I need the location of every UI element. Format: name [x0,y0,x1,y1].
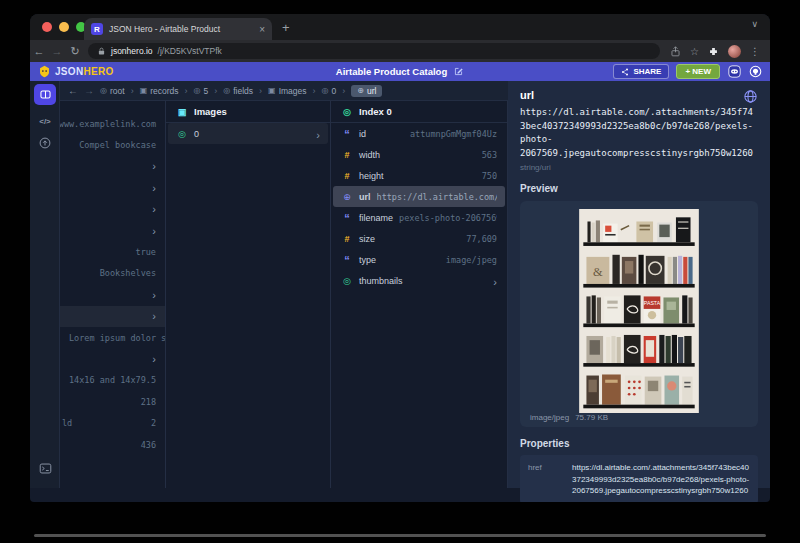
lock-icon [97,47,106,56]
images-column: Images 0 [166,101,331,488]
app-header: JSONHERO Airtable Product Catalog SHARE [30,62,770,81]
list-item[interactable]: www.examplelink.com [60,113,165,134]
preview-card: & PASTA [520,201,758,427]
sphere-icon [322,86,329,95]
property-value[interactable]: https://dl.airtable.com/.attachments/345… [572,462,750,497]
browser-window: R JSON Hero - Airtable Product × + ∨ ← →… [30,14,770,502]
screen-edge-highlight [34,534,766,537]
field-row-url-selected[interactable]: url https://dl.airtable.com/.attach… [333,186,505,207]
svg-text:PASTA: PASTA [644,300,661,306]
url-path: /j/KD5KVstVTPfk [158,46,222,56]
new-tab-button[interactable]: + [282,20,290,35]
sphere-icon [341,107,353,117]
reload-icon[interactable]: ↻ [66,45,84,58]
array-item-0[interactable]: 0 [168,123,328,144]
path-forward-icon[interactable]: → [84,85,94,96]
detail-url-value[interactable]: https://dl.airtable.com/.attachments/345… [520,106,758,160]
list-item[interactable] [60,177,165,198]
hash-icon [341,171,353,181]
sphere-icon [194,86,201,95]
minimize-window-button[interactable] [59,22,69,32]
column-view-icon[interactable] [34,84,56,105]
back-icon[interactable]: ← [30,45,48,57]
list-item[interactable] [60,220,165,241]
share-button-label: SHARE [633,67,661,76]
breadcrumb-separator [185,86,188,96]
share-page-icon[interactable] [670,46,681,57]
view-switcher-rail: </> [30,81,60,488]
list-item[interactable] [60,199,165,220]
chrome-menu-icon[interactable]: ⋮ [750,46,760,57]
extensions-puzzle-icon[interactable] [708,46,719,57]
index-column-header: Index 0 [331,101,507,123]
breadcrumb-item-images[interactable]: Images [268,86,306,96]
breadcrumb-separator [131,86,134,96]
desktop-background: R JSON Hero - Airtable Product × + ∨ ← →… [0,0,800,543]
hero-mascot-icon [38,65,51,78]
tab-search-chevron-icon[interactable]: ∨ [751,19,758,29]
breadcrumb-item-records[interactable]: records [140,86,179,96]
sphere-icon [176,129,188,139]
breadcrumb-item-root[interactable]: root [100,86,125,96]
list-item[interactable] [60,156,165,177]
list-item[interactable]: Compel bookcase [60,134,165,155]
chevron-right-icon [152,225,156,237]
chevron-right-icon [152,160,156,172]
bookshelf-preview-image[interactable]: & PASTA [577,209,702,413]
browser-tab[interactable]: R JSON Hero - Airtable Product × [84,18,272,40]
close-window-button[interactable] [42,22,52,32]
code-view-icon[interactable]: </> [34,111,56,131]
field-row-id[interactable]: id attumnpGmMgmf04Uz [333,123,505,144]
forward-icon[interactable]: → [48,45,66,57]
breadcrumb-item-5[interactable]: 5 [194,86,209,96]
breadcrumb-item-url[interactable]: url [351,85,382,97]
address-bar[interactable]: jsonhero.io/j/KD5KVstVTPfk [88,43,660,59]
breadcrumb-item-0[interactable]: 0 [322,86,337,96]
list-item[interactable] [60,348,165,369]
share-nodes-icon [621,68,629,76]
app-body: </> ← → root recor [30,81,770,488]
breadcrumb-separator [214,86,217,96]
list-item-selected[interactable] [60,306,165,327]
logo-hero-text: HERO [83,66,113,77]
tree-view-icon[interactable] [34,133,56,153]
field-row-filename[interactable]: filename pexels-photo-2067569.jpeg?… [333,207,505,228]
terminal-icon[interactable] [34,458,56,478]
discord-icon[interactable] [727,65,741,79]
list-item[interactable]: Bookshelves [60,263,165,284]
list-item[interactable] [60,284,165,305]
hash-icon [341,150,353,160]
property-key: href [528,462,572,497]
field-row-thumbnails[interactable]: thumbnails [333,270,505,291]
jsonhero-logo[interactable]: JSONHERO [38,65,238,78]
tab-close-icon[interactable]: × [259,24,265,35]
list-item[interactable]: Lorem ipsum dolor sit am… [60,327,165,348]
globe-icon [341,192,353,202]
field-row-height[interactable]: height 750 [333,165,505,186]
new-document-button[interactable]: + NEW [676,64,720,79]
list-item[interactable]: ld2 [60,412,165,433]
github-icon[interactable] [748,65,762,79]
profile-avatar[interactable] [728,45,741,58]
breadcrumb-separator [313,86,316,96]
quotes-icon [341,131,353,137]
parent-values-column: www.examplelink.com Compel bookcase true… [60,101,166,488]
breadcrumb-item-fields[interactable]: fields [223,86,253,96]
list-item[interactable]: 218 [60,391,165,412]
box-icon [176,107,188,117]
list-item[interactable]: 14x16 and 14x79.5 [60,370,165,391]
path-back-icon[interactable]: ← [68,85,78,96]
url-host: jsonhero.io [111,46,153,56]
field-row-type[interactable]: type image/jpeg [333,249,505,270]
field-row-size[interactable]: size 77,609 [333,228,505,249]
field-row-width[interactable]: width 563 [333,144,505,165]
browser-tab-strip: R JSON Hero - Airtable Product × + ∨ [30,14,770,40]
bookmark-star-icon[interactable]: ☆ [690,46,699,57]
box-icon [140,86,148,95]
edit-title-icon[interactable] [453,66,464,77]
column-title: Images [194,106,227,117]
list-item[interactable]: 436 [60,434,165,455]
list-item[interactable]: true [60,241,165,262]
share-button[interactable]: SHARE [613,64,669,79]
chevron-right-icon [152,310,156,322]
